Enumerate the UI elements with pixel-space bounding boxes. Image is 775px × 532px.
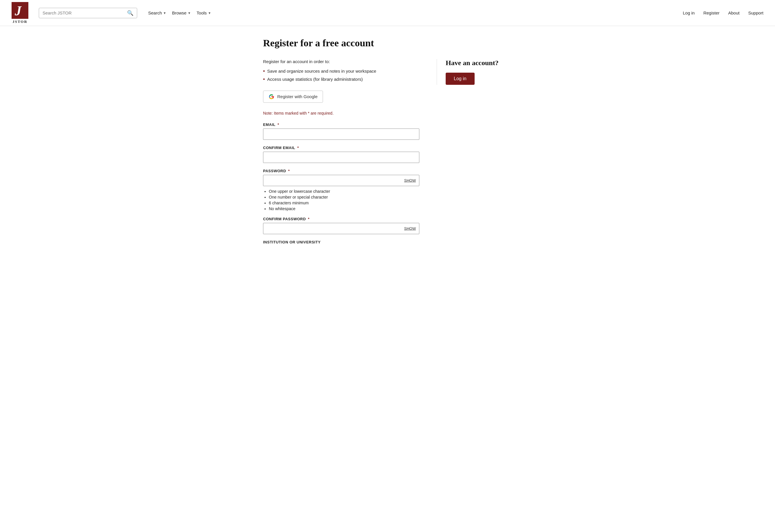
confirm-password-wrapper: SHOW [263, 223, 419, 234]
required-star: * [307, 217, 310, 221]
benefit-item: Access usage statistics (for library adm… [263, 77, 419, 82]
password-label: PASSWORD * [263, 169, 419, 173]
google-logo-icon [268, 94, 274, 100]
password-hint: 6 characters minimum [269, 200, 419, 205]
register-with-google-button[interactable]: Register with Google [263, 91, 323, 103]
logo-text: JSTOR [12, 19, 27, 24]
required-star: * [287, 169, 290, 173]
login-link[interactable]: Log in [683, 10, 695, 15]
password-hint: One upper or lowercase character [269, 189, 419, 194]
email-input[interactable] [263, 128, 419, 140]
nav-tools[interactable]: Tools ▼ [194, 9, 213, 16]
email-label: EMAIL * [263, 122, 419, 127]
about-link[interactable]: About [728, 10, 739, 15]
login-button[interactable]: Log in [446, 73, 475, 85]
confirm-password-field-group: CONFIRM PASSWORD * SHOW [263, 217, 419, 234]
password-wrapper: SHOW [263, 175, 419, 186]
logo[interactable]: J JSTOR [12, 2, 28, 24]
chevron-down-icon: ▼ [187, 11, 191, 15]
svg-text:J: J [14, 3, 22, 18]
required-star: * [296, 145, 299, 150]
registration-form-col: Register for an account in order to: Sav… [263, 59, 419, 250]
confirm-password-input[interactable] [263, 223, 419, 234]
search-input[interactable] [43, 10, 125, 15]
header-right-links: Log in Register About Support [683, 10, 763, 15]
nav-search[interactable]: Search ▼ [146, 9, 168, 16]
institution-label: INSTITUTION OR UNIVERSITY [263, 240, 419, 244]
chevron-down-icon: ▼ [163, 11, 166, 15]
have-account-panel: Have an account? Log in [437, 59, 512, 85]
support-link[interactable]: Support [748, 10, 763, 15]
site-header: J JSTOR 🔍 Search ▼ Browse ▼ Tools ▼ Log … [0, 0, 775, 26]
search-bar[interactable]: 🔍 [39, 8, 137, 18]
logo-icon: J [12, 2, 28, 19]
chevron-down-icon: ▼ [208, 11, 211, 15]
show-confirm-password-button[interactable]: SHOW [404, 226, 416, 231]
password-hint: No whitespace [269, 206, 419, 211]
institution-field-group: INSTITUTION OR UNIVERSITY [263, 240, 419, 244]
nav-browse[interactable]: Browse ▼ [170, 9, 193, 16]
intro-text: Register for an account in order to: [263, 59, 419, 64]
confirm-password-label: CONFIRM PASSWORD * [263, 217, 419, 221]
benefits-list: Save and organize sources and notes in y… [263, 69, 419, 82]
password-hints: One upper or lowercase character One num… [263, 189, 419, 211]
page-title: Register for a free account [263, 38, 512, 49]
required-star: * [276, 122, 279, 127]
confirm-email-input[interactable] [263, 152, 419, 163]
logo-svg: J [14, 3, 26, 18]
confirm-email-label: CONFIRM EMAIL * [263, 145, 419, 150]
confirm-email-field-group: CONFIRM EMAIL * [263, 145, 419, 163]
main-content: Register for a free account Register for… [257, 26, 518, 268]
password-hint: One number or special character [269, 195, 419, 199]
search-icon[interactable]: 🔍 [127, 10, 133, 16]
main-nav: Search ▼ Browse ▼ Tools ▼ [146, 9, 213, 16]
password-input[interactable] [263, 175, 419, 186]
required-note: Note: Items marked with * are required. [263, 111, 419, 115]
content-layout: Register for an account in order to: Sav… [263, 59, 512, 250]
email-field-group: EMAIL * [263, 122, 419, 140]
register-link[interactable]: Register [703, 10, 719, 15]
have-account-title: Have an account? [446, 59, 512, 67]
show-password-button[interactable]: SHOW [404, 178, 416, 183]
benefit-item: Save and organize sources and notes in y… [263, 69, 419, 74]
password-field-group: PASSWORD * SHOW One upper or lowercase c… [263, 169, 419, 211]
